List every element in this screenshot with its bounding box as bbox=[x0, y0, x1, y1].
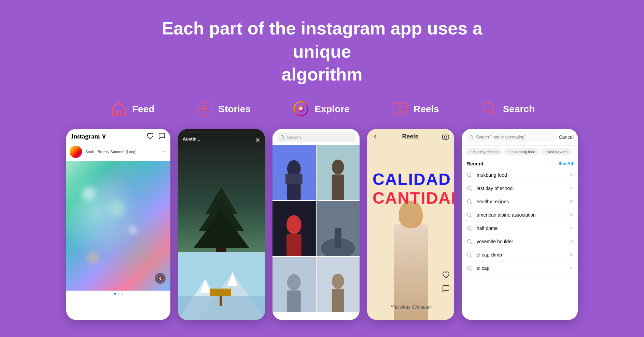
reels-subtitle: Y tú dirás Christian bbox=[367, 304, 454, 310]
search-result-icon bbox=[466, 212, 473, 218]
search-result-remove[interactable]: × bbox=[570, 212, 573, 218]
svg-point-37 bbox=[287, 274, 301, 290]
search-result-left: american alpine association bbox=[466, 212, 536, 218]
home-icon bbox=[109, 99, 128, 119]
svg-line-8 bbox=[492, 111, 496, 116]
svg-point-28 bbox=[332, 160, 344, 175]
stories-close-button[interactable]: ✕ bbox=[255, 136, 260, 144]
svg-line-49 bbox=[471, 189, 472, 191]
search-result-item[interactable]: american alpine association × bbox=[462, 208, 578, 222]
search-top-bar: Search "interior decorating" Cancel bbox=[462, 129, 578, 146]
title-line2: algorithm bbox=[134, 63, 510, 86]
svg-line-47 bbox=[471, 176, 472, 178]
like-icon[interactable] bbox=[442, 271, 450, 279]
search-result-remove[interactable]: × bbox=[570, 199, 573, 205]
search-input-area[interactable]: Search "interior decorating" bbox=[466, 132, 556, 142]
svg-rect-29 bbox=[332, 174, 344, 200]
svg-point-43 bbox=[444, 136, 447, 138]
search-result-text: half dome bbox=[477, 225, 498, 231]
search-result-left: half dome bbox=[466, 225, 498, 231]
search-cancel-button[interactable]: Cancel bbox=[559, 134, 574, 140]
back-icon[interactable] bbox=[372, 133, 379, 140]
explore-grid bbox=[272, 145, 360, 312]
search-results-list: mukbang food × last day of school × heal… bbox=[462, 168, 578, 275]
explore-image-5 bbox=[272, 257, 316, 312]
cantidad-text: CANTIDAD bbox=[373, 189, 449, 207]
search-recent-header: Recent See All bbox=[462, 158, 578, 168]
search-result-remove[interactable]: × bbox=[570, 185, 573, 191]
feed-dots bbox=[66, 291, 170, 297]
phones-row: Instagram ∨ SooK · Breezy Summer (Loop) … bbox=[0, 129, 644, 320]
reels-actions bbox=[442, 271, 450, 293]
search-result-item[interactable]: el cap climb × bbox=[462, 248, 578, 262]
search-tags-row: ↗ healthy recipes ↗ mukbang food ↗ last … bbox=[462, 146, 578, 158]
progress-2 bbox=[208, 132, 235, 132]
tag-1[interactable]: ↗ healthy recipes bbox=[466, 148, 502, 155]
explore-cell-6 bbox=[317, 257, 360, 312]
search-result-text: last day of school bbox=[477, 186, 514, 191]
reels-main-text: CALIDAD CANTIDAD bbox=[373, 170, 449, 207]
hero-title: Each part of the instagram app uses a un… bbox=[134, 0, 510, 86]
explore-label: Explore bbox=[314, 104, 350, 115]
search-result-text: el cap climb bbox=[477, 252, 502, 258]
dot-3 bbox=[121, 293, 123, 295]
search-result-text: american alpine association bbox=[477, 212, 536, 218]
search-phone: Search "interior decorating" Cancel ↗ he… bbox=[462, 129, 578, 320]
explore-cell-1 bbox=[272, 145, 316, 200]
search-result-remove[interactable]: × bbox=[570, 225, 573, 231]
feed-image: 🔇 bbox=[66, 161, 170, 291]
explore-searchbar[interactable]: Search bbox=[277, 132, 355, 142]
search-result-left: mukbang food bbox=[466, 172, 507, 178]
story-text: SooK · Breezy Summer (Loop) bbox=[85, 150, 137, 154]
svg-point-31 bbox=[286, 215, 302, 234]
svg-line-51 bbox=[471, 203, 472, 204]
stories-progress-bars bbox=[181, 132, 262, 132]
svg-point-5 bbox=[299, 107, 303, 110]
search-result-item[interactable]: el cap × bbox=[462, 262, 578, 275]
search-result-icon bbox=[466, 238, 473, 245]
dot-1 bbox=[114, 293, 116, 295]
explore-cell-4 bbox=[317, 201, 360, 256]
explore-phone: Search bbox=[272, 129, 360, 320]
reels-background: Reels CALIDAD CANTIDAD Y tú dirás Christ… bbox=[367, 129, 454, 320]
tag-3[interactable]: ↗ last day of s bbox=[541, 148, 572, 155]
search-result-item[interactable]: half dome × bbox=[462, 222, 578, 235]
explore-icon bbox=[292, 99, 310, 119]
feed-phone: Instagram ∨ SooK · Breezy Summer (Loop) … bbox=[66, 129, 170, 320]
stories-phone: ✕ Austin... bbox=[178, 129, 265, 320]
mute-button[interactable]: 🔇 bbox=[155, 273, 166, 284]
svg-rect-20 bbox=[220, 296, 222, 306]
camera-icon[interactable] bbox=[442, 133, 449, 141]
explore-image-4 bbox=[317, 201, 360, 256]
search-result-icon bbox=[466, 199, 473, 205]
recent-label: Recent bbox=[466, 161, 484, 166]
search-result-remove[interactable]: × bbox=[570, 238, 573, 245]
tag-2[interactable]: ↗ mukbang food bbox=[504, 148, 539, 155]
search-result-item[interactable]: healthy recipes × bbox=[462, 195, 578, 208]
explore-image-2 bbox=[317, 145, 360, 200]
search-result-text: yosemite boulder bbox=[477, 239, 513, 244]
svg-line-45 bbox=[472, 138, 474, 139]
search-result-item[interactable]: last day of school × bbox=[462, 182, 578, 195]
explore-background: Search bbox=[272, 132, 360, 320]
title-line1: Each part of the instagram app uses a un… bbox=[134, 17, 510, 63]
svg-rect-26 bbox=[285, 174, 303, 184]
search-result-remove[interactable]: × bbox=[570, 252, 573, 258]
see-all-button[interactable]: See All bbox=[558, 161, 573, 166]
search-result-item[interactable]: mukbang food × bbox=[462, 168, 578, 182]
search-result-text: healthy recipes bbox=[477, 199, 509, 204]
search-result-item[interactable]: yosemite boulder × bbox=[462, 235, 578, 248]
search-result-remove[interactable]: × bbox=[570, 265, 573, 271]
reels-icon bbox=[391, 99, 409, 119]
story-options: ··· bbox=[162, 146, 167, 158]
explore-icon-item: Explore bbox=[292, 99, 350, 119]
feed-header: Instagram ∨ bbox=[66, 129, 170, 143]
svg-rect-42 bbox=[443, 135, 449, 139]
search-result-icon bbox=[466, 252, 473, 258]
svg-line-57 bbox=[471, 243, 472, 244]
story-avatar bbox=[70, 146, 82, 158]
search-result-remove[interactable]: × bbox=[570, 172, 573, 178]
svg-rect-41 bbox=[332, 289, 344, 312]
search-result-left: yosemite boulder bbox=[466, 238, 513, 245]
comment-icon[interactable] bbox=[442, 284, 450, 293]
